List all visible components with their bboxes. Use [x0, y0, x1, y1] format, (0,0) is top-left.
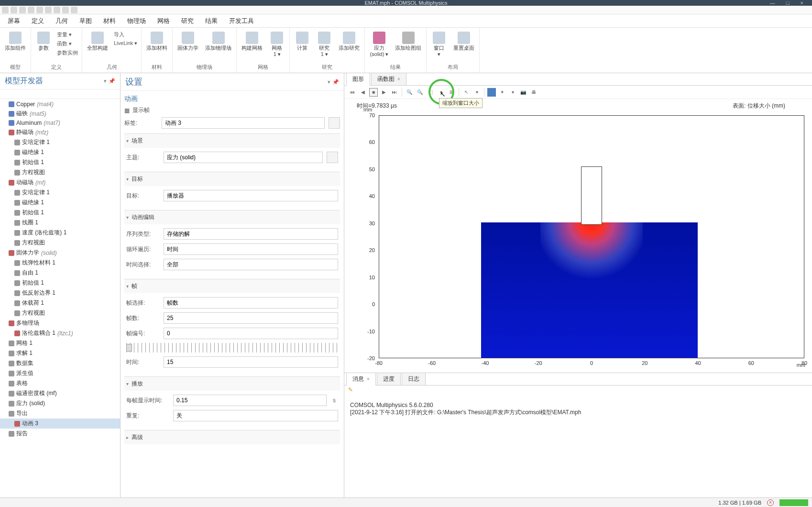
timesel-select[interactable] [164, 259, 338, 270]
seqtype-select[interactable] [164, 228, 338, 240]
zoom-in-icon[interactable]: 🔍 [405, 88, 414, 97]
prev-icon[interactable]: ◀ [359, 88, 367, 97]
qat-btn[interactable] [36, 7, 43, 13]
ribbon-small[interactable]: 函数 ▾ [56, 40, 79, 48]
show-frame-button[interactable]: ▦ 显示帧 [124, 105, 340, 115]
qat-btn[interactable] [2, 7, 9, 13]
frametime-input[interactable] [164, 356, 338, 368]
collapse-icon[interactable]: ▾ [328, 79, 330, 85]
target-select[interactable] [164, 190, 338, 201]
pin-icon[interactable]: 📌 [109, 78, 115, 84]
plot-area[interactable]: 时间=9.7833 µs 表面: 位移大小 (mm) mm mm 7060504… [344, 99, 812, 373]
menu-材料[interactable]: 材料 [98, 14, 121, 27]
zoom-extents-icon[interactable]: ⊞ [447, 88, 456, 97]
repeat-select[interactable] [173, 410, 338, 421]
menu-定义[interactable]: 定义 [26, 14, 50, 27]
select-icon[interactable]: ↖ [462, 88, 471, 97]
qat-btn[interactable] [54, 7, 60, 13]
message-tab[interactable]: 日志 [402, 373, 426, 385]
tree-item[interactable]: 线圈 1 [0, 218, 120, 228]
menu-几何[interactable]: 几何 [50, 14, 74, 27]
tree-item[interactable]: 导出 [0, 408, 120, 419]
menu-物理场[interactable]: 物理场 [121, 14, 152, 27]
frames-section-header[interactable]: 帧 [124, 279, 340, 293]
tree-item[interactable]: 磁铁 (mat5) [0, 109, 120, 119]
tag-action-button[interactable] [329, 117, 340, 129]
framesel-select[interactable] [164, 297, 338, 309]
target-section-header[interactable]: 目标 [124, 172, 340, 186]
play-section-header[interactable]: 播放 [124, 377, 340, 391]
toolbar-btn[interactable] [11, 91, 18, 98]
tree-item[interactable]: 动磁场 (mf) [0, 177, 120, 187]
qat-btn[interactable] [28, 7, 34, 13]
last-icon[interactable]: ⏭ [390, 88, 399, 97]
ribbon-small[interactable]: 变量 ▾ [56, 31, 79, 39]
print-icon[interactable]: 🖶 [529, 88, 538, 97]
zoom-out-icon[interactable]: 🔍 [416, 88, 424, 97]
message-body[interactable]: COMSOL Multiphysics 5.6.0.280[2021-9-12 … [344, 398, 812, 497]
clear-icon[interactable]: ✎ [348, 386, 353, 393]
framecount-input[interactable] [164, 312, 338, 324]
menu-草图[interactable]: 草图 [74, 14, 98, 27]
qat-btn[interactable] [19, 7, 26, 13]
tree-item[interactable]: 方程视图 [0, 167, 120, 177]
menu-网格[interactable]: 网格 [152, 14, 176, 27]
cancel-icon[interactable]: × [767, 499, 774, 506]
close-icon[interactable]: × [367, 376, 370, 382]
ribbon-btn[interactable]: 研究1 ▾ [315, 31, 334, 58]
ribbon-btn[interactable]: 重置桌面 [451, 31, 476, 52]
message-tab[interactable]: 进度 [377, 373, 401, 385]
model-tree[interactable]: Copper (mat4)磁铁 (mat5)Aluminum (mat7)静磁场… [0, 99, 120, 497]
message-tab[interactable]: 消息× [346, 373, 376, 386]
tree-item[interactable]: 方程视图 [0, 238, 120, 248]
tree-item[interactable]: 多物理场 [0, 318, 120, 328]
tag-input[interactable] [162, 117, 325, 129]
advanced-section-header[interactable]: 高级 [124, 430, 340, 444]
qat-btn[interactable] [62, 7, 69, 13]
tree-item[interactable]: 磁绝缘 1 [0, 198, 120, 208]
tree-item[interactable]: 安培定律 1 [0, 137, 120, 147]
tree-item[interactable]: 线弹性材料 1 [0, 258, 120, 268]
tree-item[interactable]: 网格 1 [0, 338, 120, 348]
ribbon-btn[interactable]: 参数 [34, 31, 53, 52]
disptime-input[interactable] [173, 395, 327, 406]
ribbon-btn[interactable]: 添加绘图组 [393, 31, 423, 52]
tree-item[interactable]: 低反射边界 1 [0, 288, 120, 298]
tree-item[interactable]: 初始值 1 [0, 208, 120, 218]
tree-item[interactable]: 数据集 [0, 358, 120, 368]
tree-item[interactable]: 表格 [0, 378, 120, 388]
tree-item[interactable]: 应力 (solid) [0, 398, 120, 408]
ribbon-btn[interactable]: 构建网格 [240, 31, 264, 52]
tree-item[interactable]: 磁绝缘 1 [0, 147, 120, 157]
toolbar-btn[interactable] [20, 91, 27, 98]
stop-icon[interactable]: ■ [369, 88, 378, 97]
framenum-input[interactable] [164, 328, 338, 339]
graphics-tab[interactable]: 图形 [346, 73, 370, 86]
ribbon-btn[interactable]: 计算 [293, 31, 312, 52]
pin-icon[interactable]: 📌 [332, 79, 339, 85]
tree-item[interactable]: 速度 (洛伦兹项) 1 [0, 228, 120, 238]
theme-action-button[interactable] [327, 152, 338, 163]
play-icon[interactable]: ▶ [380, 88, 388, 97]
qat-btn[interactable] [45, 7, 52, 13]
ribbon-small[interactable]: LiveLink ▾ [113, 40, 138, 47]
tree-item[interactable]: 派生值 [0, 368, 120, 378]
tree-item[interactable]: 动画 3 [0, 419, 120, 429]
graphics-tab[interactable]: 函数图× [371, 73, 406, 85]
scene-light-icon[interactable] [487, 88, 496, 97]
ribbon-btn[interactable]: 应力(solid) ▾ [368, 31, 390, 58]
tree-item[interactable]: 报告 [0, 429, 120, 439]
tree-item[interactable]: 求解 1 [0, 348, 120, 358]
plot-canvas[interactable]: mm mm 706050403020100-10-20 -80-60-40-20… [363, 115, 804, 358]
tree-item[interactable]: 洛伦兹耦合 1 (ltzc1) [0, 328, 120, 338]
ribbon-btn[interactable]: 添加组件 [3, 31, 28, 52]
window-controls[interactable]: — □ × [770, 0, 808, 6]
ribbon-btn[interactable]: 网格1 ▾ [267, 31, 286, 58]
view-dropdown[interactable]: ▾ [508, 88, 517, 97]
toolbar-btn[interactable] [29, 91, 35, 98]
menu-屏幕[interactable]: 屏幕 [2, 14, 26, 27]
tree-item[interactable]: Copper (mat4) [0, 100, 120, 109]
zoom-box-icon[interactable]: ⬚ [426, 88, 435, 97]
tree-item[interactable]: 静磁场 (mfz) [0, 127, 120, 137]
menu-开发工具[interactable]: 开发工具 [223, 14, 260, 27]
